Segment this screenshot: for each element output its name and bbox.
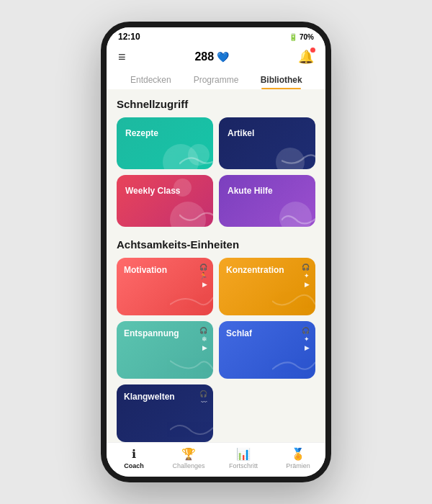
nav-challenges[interactable]: 🏆 Challenges (161, 447, 216, 469)
headphones-icon: 🎧 (199, 264, 207, 271)
challenges-label: Challenges (172, 462, 204, 469)
status-bar: 12:10 🔋 70% (107, 27, 325, 45)
konzentration-label: Konzentration (226, 265, 308, 275)
akute-label: Akute Hilfe (228, 186, 273, 196)
coach-icon: ℹ (132, 447, 136, 461)
premien-label: Prämien (286, 462, 310, 469)
card-artikel[interactable]: Artikel (219, 117, 315, 169)
card-weekly-class[interactable]: Weekly Class (117, 175, 213, 227)
klangwelten-icons: 🎧 〰 (199, 390, 207, 406)
entspannung-label: Entspannung (124, 328, 206, 338)
wave-entspannung (170, 350, 213, 379)
headphones-icon-5: 🎧 (199, 390, 207, 397)
wave-icon: 〰 (201, 399, 207, 406)
battery-text: 70% (300, 33, 314, 41)
card-entspannung[interactable]: Entspannung 🎧 ❄ ▶ (117, 321, 213, 379)
wave-klangwelten (170, 413, 213, 442)
card-wave-artikel (282, 146, 315, 169)
achtsamkeit-grid: Motivation 🎧 🏃 ▶ Konzentration 🎧 ✦ ▶ (117, 258, 315, 442)
premien-icon: 🏅 (291, 447, 305, 461)
rezepte-label: Rezepte (125, 128, 158, 138)
play-icon: ▶ (202, 281, 207, 288)
tab-bibliothek[interactable]: Bibliothek (248, 71, 314, 89)
nav-coach[interactable]: ℹ Coach (107, 447, 161, 469)
entspannung-icons: 🎧 ❄ ▶ (199, 327, 207, 351)
schnellzugriff-title: Schnellzugriff (117, 98, 315, 110)
nav-premien[interactable]: 🏅 Prämien (271, 447, 325, 469)
wave-konzentration (272, 287, 315, 315)
app-header: ≡ 288 💙 🔔 (107, 45, 325, 65)
main-content: Schnellzugriff Rezepte Artikel (107, 89, 325, 445)
phone-frame: 12:10 🔋 70% ≡ 288 💙 🔔 Entdecken Programm… (101, 22, 331, 482)
play-icon-2: ▶ (305, 281, 310, 288)
card-klangwelten[interactable]: Klangwelten 🎧 〰 (117, 384, 213, 442)
tab-bar: Entdecken Programme Bibliothek (107, 65, 325, 89)
play-icon-4: ▶ (305, 344, 310, 351)
wave-schlaf (272, 350, 315, 379)
card-motivation[interactable]: Motivation 🎧 🏃 ▶ (117, 258, 213, 315)
notification-button[interactable]: 🔔 (298, 49, 314, 65)
card-schlaf[interactable]: Schlaf 🎧 ✦ ▶ (219, 321, 315, 379)
snowflake-icon: ❄ (202, 336, 207, 343)
motivation-label: Motivation (124, 265, 206, 275)
notification-dot (310, 48, 315, 53)
moon-icon: ✦ (304, 336, 310, 343)
headphones-icon-4: 🎧 (302, 327, 310, 334)
headphones-icon-2: 🎧 (302, 264, 310, 271)
konzentration-icons: 🎧 ✦ ▶ (302, 264, 310, 288)
weekly-label: Weekly Class (125, 186, 181, 196)
star-icon: ✦ (304, 272, 310, 279)
card-konzentration[interactable]: Konzentration 🎧 ✦ ▶ (219, 258, 315, 315)
nav-fortschritt[interactable]: 📊 Fortschritt (216, 447, 271, 469)
headphones-icon-3: 🎧 (199, 327, 207, 334)
network-icon: 🔋 (289, 33, 297, 41)
card-wave-weekly (179, 204, 213, 227)
challenges-icon: 🏆 (181, 447, 196, 461)
coach-label: Coach (124, 462, 144, 469)
motivation-icons: 🎧 🏃 ▶ (199, 264, 207, 288)
status-icons: 🔋 70% (289, 33, 314, 41)
tab-entdecken[interactable]: Entdecken (118, 71, 184, 89)
bottom-nav: ℹ Coach 🏆 Challenges 📊 Fortschritt 🏅 Prä… (107, 442, 325, 477)
artikel-label: Artikel (228, 128, 254, 138)
schnellzugriff-grid: Rezepte Artikel Weekly Class (117, 117, 315, 227)
card-wave-rezepte (179, 146, 213, 169)
schlaf-icons: 🎧 ✦ ▶ (302, 327, 310, 351)
klangwelten-label: Klangwelten (124, 392, 206, 402)
header-center: 288 💙 (194, 50, 229, 63)
card-rezepte[interactable]: Rezepte (117, 117, 213, 169)
schlaf-label: Schlaf (226, 328, 308, 338)
status-time: 12:10 (118, 32, 140, 42)
tab-programme[interactable]: Programme (184, 71, 249, 89)
wave-motivation (170, 287, 213, 315)
fortschritt-icon: 📊 (236, 447, 251, 461)
card-akute-hilfe[interactable]: Akute Hilfe (219, 175, 315, 227)
menu-icon[interactable]: ≡ (118, 50, 126, 65)
achtsamkeit-title: Achtsamkeits-Einheiten (117, 238, 315, 251)
fortschritt-label: Fortschritt (229, 462, 258, 469)
play-icon-3: ▶ (202, 344, 207, 351)
card-wave-akute (282, 204, 315, 227)
score-value: 288 (194, 50, 214, 63)
heart-icon: 💙 (217, 51, 229, 63)
figure-icon: 🏃 (199, 272, 207, 279)
